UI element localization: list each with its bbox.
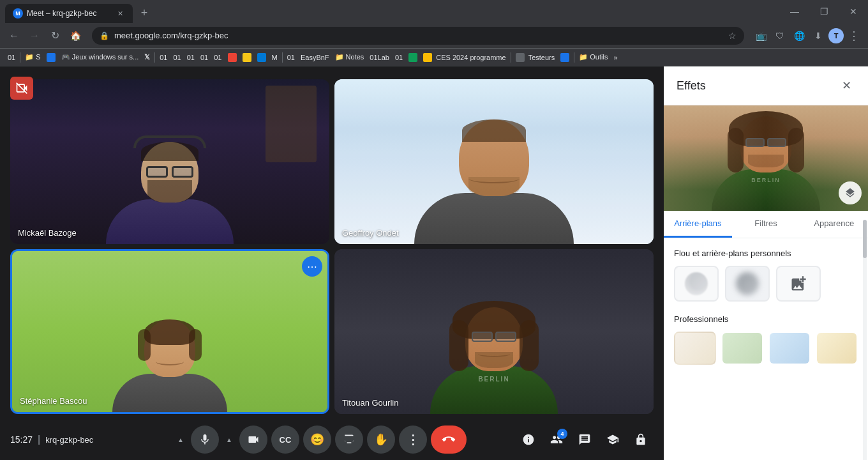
activities-button[interactable] — [600, 427, 625, 452]
bookmark-ext2[interactable] — [240, 52, 254, 63]
camera-arrow-up[interactable]: ▲ — [223, 433, 236, 446]
bookmark-ext1[interactable] — [44, 52, 58, 63]
people-badge: 4 — [557, 429, 567, 439]
bookmark-01lab[interactable]: 01Lab — [367, 52, 392, 63]
bookmark-01-6[interactable]: 01 — [211, 52, 224, 63]
professional-thumb-2[interactable] — [721, 332, 763, 365]
video-tile-geoffroy: Geoffroy Ondet — [334, 79, 654, 244]
home-button[interactable]: 🏠 — [66, 27, 84, 45]
bookmark-testeurs[interactable]: Testeurs — [513, 52, 558, 63]
browser-controls: ← → ↻ 🏠 🔒 meet.google.com/krq-gzkp-bec ☆… — [0, 23, 868, 49]
emoji-button[interactable]: 😊 — [303, 425, 331, 454]
active-tab[interactable]: M Meet – krq-gzkp-bec ✕ — [5, 4, 133, 23]
people-button[interactable]: 4 — [544, 427, 569, 452]
bookmark-star-icon[interactable]: ☆ — [728, 31, 737, 41]
bookmark-more[interactable]: » — [611, 52, 620, 63]
participant-name-mickael: Mickaël Bazoge — [18, 228, 77, 238]
bookmark-cloud[interactable] — [255, 52, 269, 63]
upload-background-option[interactable] — [776, 266, 821, 302]
close-button[interactable]: ✕ — [839, 0, 868, 23]
bookmarks-bar: 01 📁 S 🎮 Jeux windows sur s... 𝕏 01 01 0… — [0, 49, 868, 66]
tile-options-button[interactable]: ⋯ — [302, 256, 322, 277]
end-call-button[interactable] — [431, 425, 467, 454]
more-menu-button[interactable]: ⋮ — [845, 27, 863, 45]
bookmark-easybf[interactable]: EasyBnF — [298, 52, 332, 63]
chat-button[interactable] — [572, 427, 597, 452]
camera-off-icon — [15, 82, 28, 95]
tab-close-icon[interactable]: ✕ — [115, 8, 125, 19]
forward-button[interactable]: → — [26, 27, 43, 45]
scrollbar-thumb[interactable] — [863, 220, 867, 258]
ext-download-icon[interactable]: ⬇ — [809, 27, 827, 45]
reload-button[interactable]: ↻ — [46, 27, 64, 45]
meeting-info: 15:27 | krq-gzkp-bec — [10, 434, 125, 445]
time-display: 15:27 — [10, 434, 33, 445]
security-icon: 🔒 — [100, 31, 109, 40]
bookmark-outils[interactable]: 📁 Outils — [576, 52, 610, 63]
bookmark-gmail[interactable]: M — [269, 52, 280, 63]
bookmark-separator — [574, 52, 574, 63]
camera-button[interactable] — [239, 425, 267, 454]
new-tab-button[interactable]: + — [135, 4, 153, 22]
back-button[interactable]: ← — [5, 27, 23, 45]
lock-icon — [634, 433, 647, 446]
profile-avatar[interactable]: T — [828, 28, 844, 43]
ext-shield-icon[interactable]: 🛡 — [771, 27, 789, 45]
effects-close-button[interactable]: ✕ — [837, 77, 855, 95]
professionals-thumbnails-row — [674, 332, 858, 365]
mic-button[interactable] — [191, 425, 219, 454]
effects-title: Effets — [677, 79, 706, 93]
effects-panel: Effets ✕ — [664, 66, 868, 460]
main-content: Mickaël Bazoge — [0, 66, 868, 460]
preview-layers-button[interactable] — [839, 181, 862, 204]
bookmark-jeux[interactable]: 🎮 Jeux windows sur s... — [59, 52, 142, 63]
present-icon — [343, 433, 355, 446]
bookmark-x[interactable]: 𝕏 — [142, 52, 153, 63]
panel-scrollbar[interactable] — [863, 207, 867, 460]
minimize-button[interactable]: — — [780, 0, 809, 23]
bookmark-01-8[interactable]: 01 — [393, 52, 405, 63]
bookmark-ces[interactable]: CES 2024 programme — [421, 52, 508, 63]
bottom-controls-bar: 15:27 | krq-gzkp-bec ▲ ▲ — [0, 419, 664, 460]
more-options-button[interactable]: ⋮ — [399, 425, 427, 454]
bookmark-01-4[interactable]: 01 — [184, 52, 197, 63]
layers-icon — [844, 187, 856, 199]
bookmark-01-5[interactable]: 01 — [198, 52, 211, 63]
bookmark-separator — [511, 52, 511, 63]
raise-hand-button[interactable]: ✋ — [367, 425, 395, 454]
ext-vpn-icon[interactable]: 🌐 — [790, 27, 808, 45]
tab-filtres[interactable]: Filtres — [732, 211, 800, 238]
lock-button[interactable] — [628, 427, 654, 452]
professional-thumb-4[interactable] — [816, 332, 858, 365]
video-tile-titouan: BERLIN Titouan Gourlin — [334, 249, 654, 414]
bookmark-item[interactable]: 📁 S — [22, 52, 43, 63]
mic-icon — [198, 433, 211, 446]
blur-heavy-option[interactable] — [725, 266, 770, 302]
bookmark-01-2[interactable]: 01 — [157, 52, 170, 63]
bookmark-camera-ext[interactable] — [225, 52, 239, 63]
address-bar[interactable]: 🔒 meet.google.com/krq-gzkp-bec ☆ — [92, 27, 744, 45]
professional-thumb-1[interactable] — [674, 332, 716, 365]
bookmark-01-3[interactable]: 01 — [171, 52, 184, 63]
bookmark-notes-folder[interactable]: 📁 Notes — [333, 52, 367, 63]
info-button[interactable] — [516, 427, 541, 452]
professional-thumb-3[interactable] — [768, 332, 811, 365]
video-area: Mickaël Bazoge — [0, 66, 664, 460]
right-controls: 4 — [516, 427, 654, 452]
participant-name-geoffroy: Geoffroy Ondet — [342, 228, 399, 238]
camera-icon — [247, 433, 260, 446]
tab-apparence[interactable]: Apparence — [800, 211, 868, 238]
bookmark-item[interactable]: 01 — [5, 52, 18, 63]
blur-light-option[interactable] — [674, 266, 719, 302]
present-button[interactable] — [335, 425, 363, 454]
maximize-button[interactable]: ❐ — [809, 0, 839, 23]
meeting-id-display: krq-gzkp-bec — [45, 435, 93, 445]
screen-share-icon[interactable]: 📺 — [752, 27, 770, 45]
mic-arrow-up[interactable]: ▲ — [174, 433, 187, 446]
bookmark-ext5[interactable] — [558, 52, 572, 63]
bookmark-ext4[interactable] — [406, 52, 420, 63]
participant-name-stephanie: Stéphanie Bascou — [20, 396, 87, 406]
bookmark-01-7[interactable]: 01 — [285, 52, 297, 63]
tab-arrieres-plans[interactable]: Arrière-plans — [664, 211, 732, 238]
captions-button[interactable]: CC — [271, 425, 299, 454]
